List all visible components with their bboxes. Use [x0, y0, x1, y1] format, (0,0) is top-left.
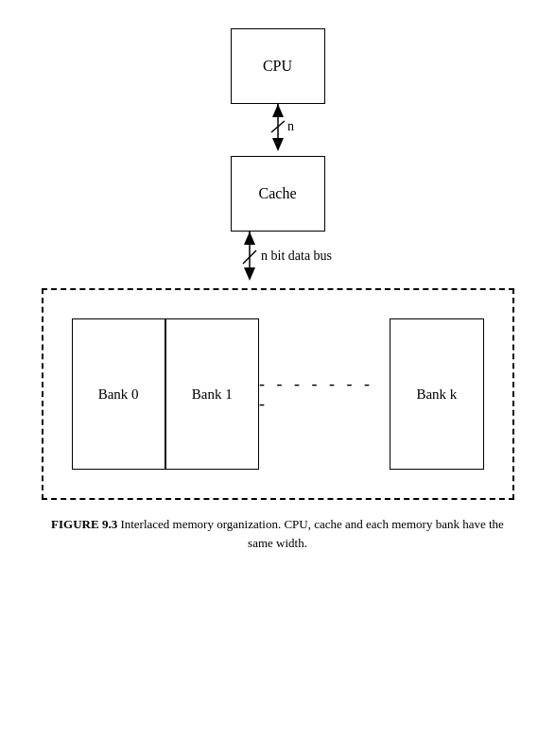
svg-marker-6	[244, 267, 255, 281]
bankk-box: Bank k	[390, 318, 483, 470]
cpu-label: CPU	[263, 58, 292, 75]
bank0-label: Bank 0	[98, 387, 139, 403]
memory-container: Bank 0 Bank 1 - - - - - - - - Bank k	[42, 288, 514, 500]
arrow-cpu-to-cache: n	[221, 104, 335, 156]
dots-separator: - - - - - - - -	[259, 374, 390, 414]
cache-box: Cache	[231, 156, 325, 232]
svg-marker-1	[272, 138, 284, 151]
diagram-area: CPU n Cache	[28, 19, 527, 500]
cache-label: Cache	[259, 185, 297, 202]
bank1-box: Bank 1	[165, 318, 259, 470]
caption-bold: FIGURE 9.3	[51, 517, 117, 531]
bankk-label: Bank k	[416, 387, 457, 403]
arrow-cache-to-memory: n bit data bus	[146, 232, 410, 288]
bank0-box: Bank 0	[72, 318, 165, 470]
svg-text:n: n	[287, 119, 294, 133]
svg-text:n bit data bus: n bit data bus	[261, 249, 332, 263]
cpu-box: CPU	[231, 28, 325, 104]
figure-caption: FIGURE 9.3 Interlaced memory organizatio…	[28, 515, 527, 552]
svg-marker-7	[244, 232, 255, 245]
caption-text: Interlaced memory organization. CPU, cac…	[117, 517, 504, 550]
bank1-label: Bank 1	[192, 387, 233, 403]
page: CPU n Cache	[0, 0, 555, 756]
svg-marker-2	[272, 104, 284, 117]
